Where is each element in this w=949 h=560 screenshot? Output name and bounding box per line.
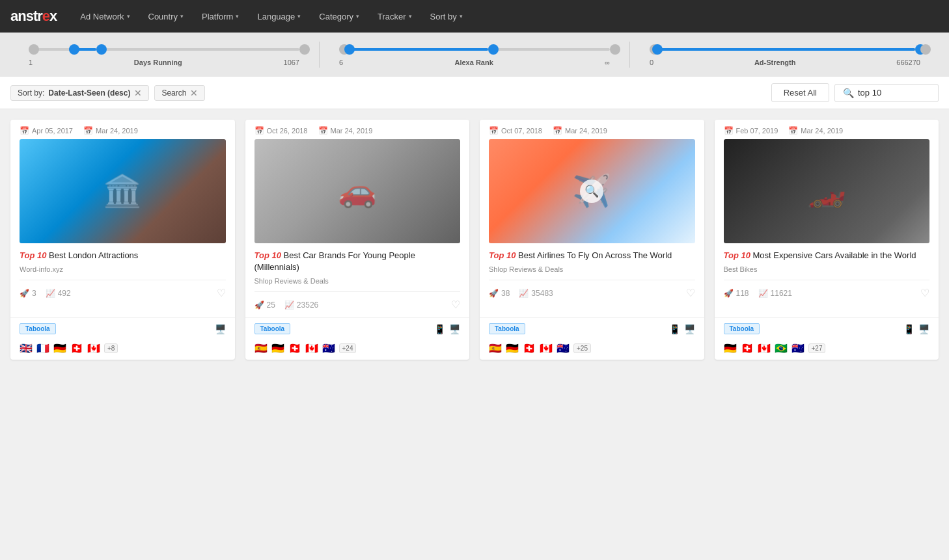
nav-country-label: Country bbox=[148, 12, 178, 21]
ad-strength-slider-group: 0 Ad-Strength 666270 bbox=[637, 43, 933, 66]
card-footer: Taboola 📱🖥️ bbox=[245, 317, 470, 340]
chevron-down-icon: ▾ bbox=[460, 13, 463, 20]
trend-value: 11621 bbox=[771, 289, 792, 298]
calendar-icon: 📅 bbox=[20, 126, 29, 135]
card-body: Top 10 Most Expensive Cars Available in … bbox=[715, 243, 939, 317]
trend-icon: 📈 bbox=[519, 289, 529, 298]
image-emoji: 🏎️ bbox=[807, 173, 846, 209]
search-box[interactable]: 🔍 top 10 bbox=[834, 84, 939, 102]
card-image-wrap: 🏛️ bbox=[10, 139, 235, 243]
alexa-rank-track[interactable] bbox=[339, 43, 610, 56]
card-image: 🏎️ bbox=[724, 139, 930, 243]
ad-strength-labels: 0 Ad-Strength 666270 bbox=[650, 59, 920, 66]
card-title: Top 10 Most Expensive Cars Available in … bbox=[724, 250, 930, 261]
reset-all-button[interactable]: Reset All bbox=[771, 83, 829, 102]
card-divider bbox=[20, 280, 226, 280]
date-end-value: Mar 24, 2019 bbox=[331, 127, 373, 135]
date-start-value: Oct 07, 2018 bbox=[501, 127, 542, 135]
search-tag-label: Search bbox=[161, 88, 186, 98]
card-image-wrap: ✈️ 🔍 bbox=[480, 139, 704, 243]
slider-center-label: Days Running bbox=[134, 59, 182, 66]
date-start-value: Oct 26, 2018 bbox=[267, 127, 308, 135]
mobile-icon: 📱 bbox=[434, 324, 445, 334]
rocket-stat: 🚀 118 bbox=[724, 289, 749, 298]
date-start: 📅 Feb 07, 2019 bbox=[724, 126, 778, 135]
nav-ad-network[interactable]: Ad Network ▾ bbox=[72, 8, 137, 25]
card-dates: 📅 Feb 07, 2019 📅 Mar 24, 2019 bbox=[715, 120, 939, 139]
card-title: Top 10 Best Car Brands For Young People … bbox=[254, 250, 461, 273]
flag: 🇪🇸 bbox=[254, 343, 269, 353]
card-dates: 📅 Apr 05, 2017 📅 Mar 24, 2019 bbox=[10, 120, 235, 139]
flag: 🇦🇺 bbox=[322, 343, 337, 353]
network-badge: Taboola bbox=[489, 323, 525, 334]
card-flags: 🇪🇸🇩🇪🇨🇭🇨🇦🇦🇺 +25 bbox=[480, 340, 704, 360]
rocket-value: 38 bbox=[501, 289, 510, 298]
title-highlight: Top 10 bbox=[254, 250, 281, 260]
sort-filter-clear-button[interactable]: ✕ bbox=[134, 88, 142, 98]
nav-category[interactable]: Category ▾ bbox=[311, 8, 367, 25]
flag: 🇩🇪 bbox=[506, 343, 520, 353]
slider-max-label: 1067 bbox=[284, 59, 299, 66]
device-icons: 📱🖥️ bbox=[669, 324, 695, 334]
search-query-value: top 10 bbox=[858, 88, 881, 98]
card-stats: 🚀 25 📈 23526 ♡ bbox=[254, 299, 461, 311]
heart-icon[interactable]: ♡ bbox=[451, 299, 460, 311]
card-flags: 🇪🇸🇩🇪🇨🇭🇨🇦🇦🇺 +24 bbox=[245, 340, 470, 360]
trend-value: 23526 bbox=[297, 300, 318, 310]
flag: 🇨🇭 bbox=[523, 343, 537, 353]
card-source: Word-info.xyz bbox=[20, 265, 226, 273]
calendar-icon: 📅 bbox=[254, 126, 264, 135]
image-emoji: 🚗 bbox=[338, 173, 377, 209]
slider-divider-2 bbox=[629, 42, 630, 68]
slider-center-label: Alexa Rank bbox=[454, 59, 493, 66]
card-body: Top 10 Best Airlines To Fly On Across Th… bbox=[480, 243, 704, 317]
sort-filter-tag: Sort by: Date-Last-Seen (desc) ✕ bbox=[10, 85, 149, 101]
device-icons: 📱🖥️ bbox=[903, 324, 929, 334]
days-running-track[interactable] bbox=[29, 43, 299, 56]
network-badge: Taboola bbox=[254, 323, 291, 334]
nav-ad-network-label: Ad Network bbox=[80, 12, 124, 21]
nav-sort-by[interactable]: Sort by ▾ bbox=[422, 8, 471, 25]
card-image-wrap: 🏎️ bbox=[715, 139, 939, 243]
nav-tracker[interactable]: Tracker ▾ bbox=[370, 8, 420, 25]
date-end: 📅 Mar 24, 2019 bbox=[788, 126, 843, 135]
rocket-icon: 🚀 bbox=[489, 289, 499, 298]
ad-strength-track[interactable] bbox=[650, 43, 920, 56]
rocket-icon: 🚀 bbox=[20, 289, 29, 298]
flag: 🇨🇦 bbox=[540, 343, 554, 353]
flags-more: +25 bbox=[573, 343, 591, 353]
days-running-labels: 1 Days Running 1067 bbox=[29, 59, 299, 66]
rocket-value: 118 bbox=[736, 289, 749, 298]
card-footer: Taboola 🖥️ bbox=[10, 317, 235, 340]
slider-max-label: 666270 bbox=[896, 59, 920, 66]
slider-min-label: 0 bbox=[650, 59, 653, 66]
flag: 🇨🇦 bbox=[758, 343, 772, 353]
heart-icon[interactable]: ♡ bbox=[217, 287, 226, 299]
card-stats: 🚀 3 📈 492 ♡ bbox=[20, 287, 226, 299]
card-flags: 🇩🇪🇨🇭🇨🇦🇧🇷🇦🇺 +27 bbox=[715, 340, 939, 360]
calendar-icon: 📅 bbox=[788, 126, 798, 135]
flag: 🇦🇺 bbox=[791, 343, 806, 353]
nav-country[interactable]: Country ▾ bbox=[141, 8, 192, 25]
flag: 🇨🇭 bbox=[741, 343, 755, 353]
rocket-value: 3 bbox=[32, 289, 36, 298]
heart-icon[interactable]: ♡ bbox=[920, 287, 929, 299]
flag: 🇪🇸 bbox=[489, 343, 503, 353]
trend-icon: 📈 bbox=[758, 289, 768, 298]
date-end: 📅 Mar 24, 2019 bbox=[83, 126, 138, 135]
date-start-value: Apr 05, 2017 bbox=[32, 127, 73, 135]
title-rest: Most Expensive Cars Available in the Wor… bbox=[750, 250, 916, 260]
rocket-stat: 🚀 3 bbox=[20, 289, 36, 298]
search-filter-clear-button[interactable]: ✕ bbox=[190, 88, 198, 98]
date-start: 📅 Oct 26, 2018 bbox=[254, 126, 308, 135]
mobile-icon: 📱 bbox=[903, 324, 915, 334]
flag: 🇦🇺 bbox=[557, 343, 571, 353]
trend-icon: 📈 bbox=[284, 300, 294, 310]
card-dates: 📅 Oct 07, 2018 📅 Mar 24, 2019 bbox=[480, 120, 704, 139]
card-footer: Taboola 📱🖥️ bbox=[480, 317, 704, 340]
trend-stat: 📈 35483 bbox=[519, 289, 553, 298]
nav-platform[interactable]: Platform ▾ bbox=[194, 8, 247, 25]
zoom-icon: 🔍 bbox=[580, 180, 603, 203]
heart-icon[interactable]: ♡ bbox=[686, 287, 695, 299]
nav-language[interactable]: Language ▾ bbox=[249, 8, 309, 25]
